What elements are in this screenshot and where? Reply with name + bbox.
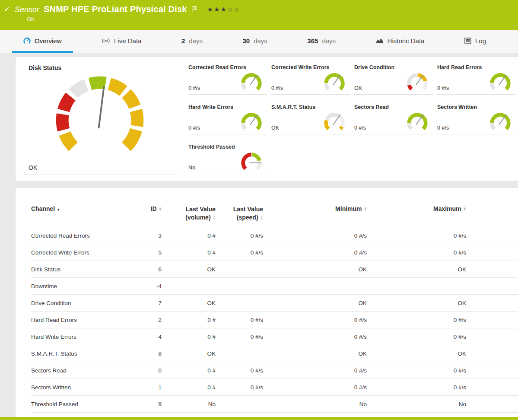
cell-last-volume: 0 # (165, 362, 219, 379)
table-row-corrected-read-errors[interactable]: Corrected Read Errors 3 0 # 0 #/s 0 #/s … (31, 227, 518, 244)
tab-label: Overview (35, 37, 62, 45)
cell-last-volume (165, 278, 219, 295)
gauge-dial-icon (238, 149, 264, 173)
sort-icon[interactable]: ▲▼ (464, 207, 466, 211)
gauge-hard-write-errors[interactable]: Hard Write Errors 0 #/s (188, 104, 267, 134)
tab-unit: days (254, 37, 267, 45)
table-row-disk-status[interactable]: Disk Status 6 OK OK OK (31, 261, 518, 278)
cell-minimum: 0 #/s (267, 244, 370, 261)
table-row-drive-condition[interactable]: Drive Condition 7 OK OK OK (31, 295, 518, 312)
tab-unit: days (322, 37, 336, 45)
log-list-icon (464, 38, 471, 44)
gauge-value: 0 #/s (271, 85, 283, 91)
sort-icon[interactable]: ▲▼ (213, 215, 216, 220)
gauge-value: 0 #/s (188, 85, 200, 91)
cell-last-speed: 0 #/s (219, 362, 267, 379)
sort-icon[interactable]: ▲▼ (159, 207, 162, 211)
cell-minimum: No (267, 396, 370, 413)
cell-id: 8 (139, 345, 165, 362)
cell-last-volume: 0 # (165, 379, 219, 396)
sensor-header: ✓ Sensor SNMP HPE ProLiant Physical Disk… (0, 0, 518, 30)
cell-last-speed (219, 295, 267, 312)
cell-maximum: OK (370, 345, 470, 362)
col-header-last-value-volume[interactable]: Last Value (volume)▲▼ (165, 199, 219, 227)
stars-empty: ☆☆ (227, 6, 241, 13)
primary-channel-gauge[interactable]: Disk Status OK (22, 64, 177, 175)
cell-id: -4 (139, 278, 165, 295)
tab-historic-data[interactable]: Historic Data (365, 30, 436, 53)
cell-channel: Hard Write Errors (31, 328, 139, 345)
tab-number: 2 (181, 37, 185, 45)
cell-channel: Corrected Read Errors (31, 227, 139, 244)
cell-minimum: 0 #/s (267, 328, 370, 345)
cell-last-volume: 0 # (165, 227, 219, 244)
gauge-corrected-write-errors[interactable]: Corrected Write Errors 0 #/s (271, 64, 350, 95)
cell-channel: Threshold Passed (31, 396, 139, 413)
cell-minimum: 0 #/s (267, 312, 370, 328)
cell-minimum: OK (267, 345, 370, 362)
cell-id: 0 (139, 362, 165, 379)
gauge-corrected-read-errors[interactable]: Corrected Read Errors 0 #/s (188, 64, 267, 95)
gauge-dial-icon (487, 70, 513, 94)
col-header-maximum[interactable]: Maximum▲▼ (370, 199, 470, 227)
gauge-dial-icon (238, 70, 264, 94)
gauge-dial-icon (321, 70, 347, 94)
cell-id: 2 (139, 312, 165, 328)
table-row-threshold-passed[interactable]: Threshold Passed 9 No No No (31, 396, 518, 413)
priority-flag-icon[interactable] (192, 6, 197, 13)
table-row-sectors-read[interactable]: Sectors Read 0 0 # 0 #/s 0 #/s 0 #/s (31, 362, 518, 379)
cell-maximum: 0 #/s (370, 227, 470, 244)
cell-maximum: 0 #/s (370, 362, 470, 379)
status-check-icon: ✓ (4, 4, 10, 14)
gauge-threshold-passed[interactable]: Threshold Passed No (188, 144, 267, 174)
gauge-dial-icon (238, 109, 264, 134)
tab-365-days[interactable]: 365 days (296, 30, 347, 53)
table-row-hard-read-errors[interactable]: Hard Read Errors 2 0 # 0 #/s 0 #/s 0 #/s (31, 312, 518, 328)
sort-icon[interactable]: ▲▼ (364, 207, 367, 211)
tab-overview[interactable]: Overview (12, 30, 73, 53)
cell-id: 9 (139, 396, 165, 413)
table-row-smart-status[interactable]: S.M.A.R.T. Status 8 OK OK OK (31, 345, 518, 362)
cell-channel: Hard Read Errors (31, 312, 139, 328)
cell-last-volume: 0 # (165, 312, 219, 328)
gauge-hard-read-errors[interactable]: Hard Read Errors 0 #/s (437, 64, 516, 95)
table-row-downtime[interactable]: Downtime -4 (31, 278, 518, 295)
col-header-channel[interactable]: Channel▾ (31, 199, 139, 227)
tab-30-days[interactable]: 30 days (231, 30, 278, 53)
sort-icon[interactable]: ▲▼ (261, 215, 263, 220)
cell-channel: S.M.A.R.T. Status (31, 345, 139, 362)
gauge-value: 0 #/s (188, 125, 200, 131)
gauge-drive-condition[interactable]: Drive Condition OK (354, 64, 433, 95)
gauge-dial-icon (404, 70, 430, 94)
cell-id: 6 (139, 261, 165, 278)
channel-gauge-grid: Corrected Read Errors 0 #/s Corrected Wr… (188, 64, 516, 175)
table-row-corrected-write-errors[interactable]: Corrected Write Errors 5 0 # 0 #/s 0 #/s… (31, 244, 518, 261)
priority-stars[interactable]: ★★★☆☆ (207, 6, 241, 13)
cell-channel: Sectors Written (31, 379, 139, 396)
cell-last-volume: OK (165, 261, 219, 278)
gauge-sectors-read[interactable]: Sectors Read 0 #/s (354, 104, 433, 134)
cell-id: 3 (139, 227, 165, 244)
cell-channel: Corrected Write Errors (31, 244, 139, 261)
cell-channel: Downtime (31, 278, 139, 295)
gauge-sectors-written[interactable]: Sectors Written 0 #/s (437, 104, 516, 134)
tab-bar: Overview Live Data 2 days 30 days 365 da… (0, 30, 518, 53)
object-kind-label: Sensor (15, 5, 39, 14)
cell-minimum: 0 #/s (267, 227, 370, 244)
cell-last-speed: 0 #/s (219, 379, 267, 396)
table-row-hard-write-errors[interactable]: Hard Write Errors 4 0 # 0 #/s 0 #/s 0 #/… (31, 328, 518, 345)
tab-2-days[interactable]: 2 days (170, 30, 214, 53)
cell-last-volume: 0 # (165, 328, 219, 345)
gauge-smart-status[interactable]: S.M.A.R.T. Status OK (271, 104, 350, 134)
cell-maximum (370, 278, 470, 295)
tab-log[interactable]: Log (453, 30, 497, 53)
col-header-last-value-speed[interactable]: Last Value (speed)▲▼ (219, 199, 267, 227)
cell-channel: Disk Status (31, 261, 139, 278)
cell-maximum: No (370, 396, 470, 413)
cell-last-speed (219, 396, 267, 413)
tab-live-data[interactable]: Live Data (90, 30, 153, 53)
tab-number: 30 (242, 37, 250, 45)
col-header-minimum[interactable]: Minimum▲▼ (267, 199, 370, 227)
col-header-id[interactable]: ID▲▼ (139, 199, 165, 227)
table-row-sectors-written[interactable]: Sectors Written 1 0 # 0 #/s 0 #/s 0 #/s (31, 379, 518, 396)
